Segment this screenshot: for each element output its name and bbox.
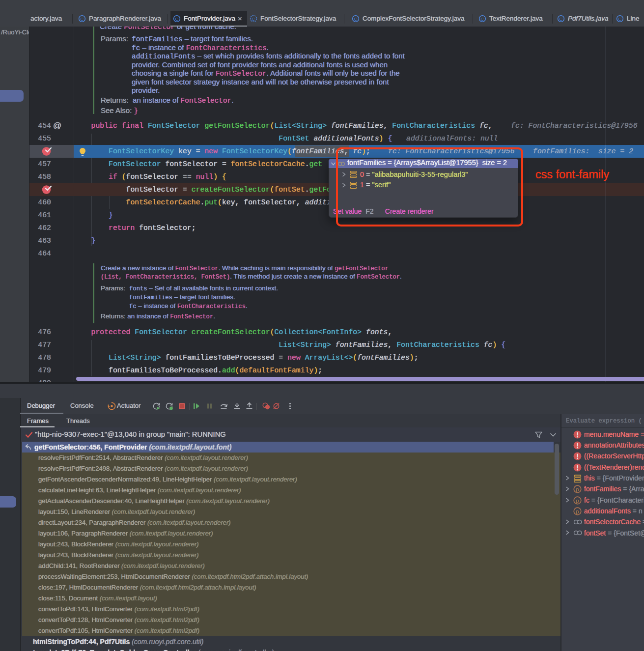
svg-text:C: C [560, 16, 563, 22]
svg-text:C: C [81, 16, 84, 22]
svg-text:C: C [481, 16, 484, 22]
svg-text:C: C [618, 16, 622, 22]
svg-text:C: C [354, 16, 358, 22]
svg-text:C: C [252, 16, 255, 22]
svg-text:p: p [576, 509, 579, 514]
svg-text:p: p [576, 498, 579, 504]
svg-text:p: p [576, 486, 579, 492]
svg-text:C: C [175, 16, 179, 22]
